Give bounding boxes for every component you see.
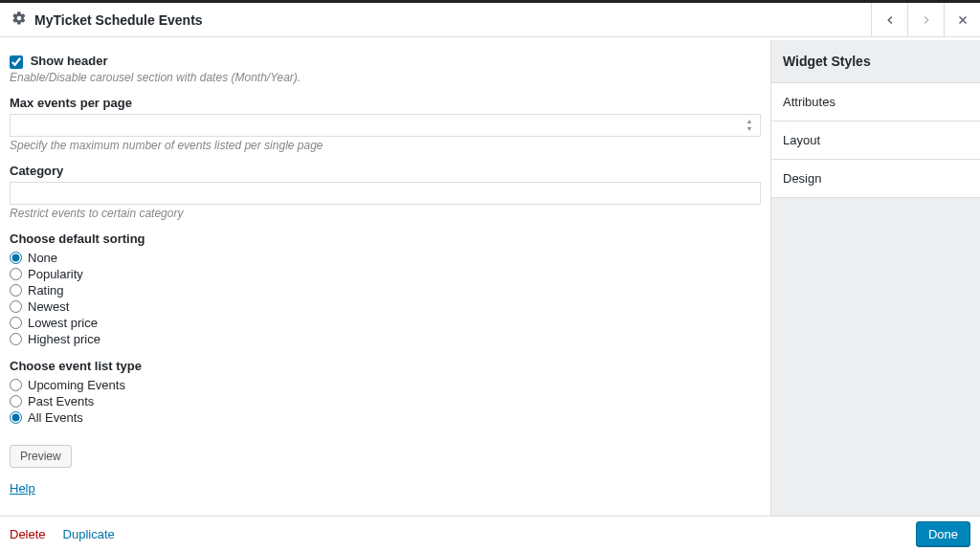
max-events-row: Max events per page ▴▾ Specify the maxim…	[10, 96, 761, 152]
footer: Delete Duplicate Done	[0, 516, 980, 551]
list-type-option[interactable]: All Events	[10, 409, 761, 426]
category-row: Category Restrict events to certain cate…	[10, 164, 761, 220]
show-header-row: Show header Enable/Disable carousel sect…	[10, 54, 761, 84]
show-header-checkbox[interactable]	[10, 55, 23, 69]
sorting-radio-group: NonePopularityRatingNewestLowest priceHi…	[10, 250, 761, 347]
sidebar-item-attributes[interactable]: Attributes	[771, 83, 980, 121]
sidebar-item-design[interactable]: Design	[771, 160, 980, 198]
help-link[interactable]: Help	[10, 481, 35, 496]
category-label: Category	[10, 164, 761, 178]
sorting-option-label: Rating	[28, 283, 64, 298]
sorting-option-label: Popularity	[28, 267, 83, 281]
category-help: Restrict events to certain category	[10, 207, 761, 220]
top-bar-left: MyTicket Schedule Events	[11, 11, 203, 29]
sorting-option[interactable]: Lowest price	[10, 315, 761, 331]
max-events-help: Specify the maximum number of events lis…	[10, 139, 761, 152]
sidebar-header: Widget Styles	[771, 40, 980, 83]
sorting-option[interactable]: Highest price	[10, 331, 761, 347]
list-type-option-label: Past Events	[28, 394, 94, 408]
delete-link[interactable]: Delete	[10, 527, 46, 541]
sorting-radio[interactable]	[10, 284, 22, 297]
done-button[interactable]: Done	[916, 521, 970, 547]
gear-icon	[11, 11, 27, 29]
duplicate-link[interactable]: Duplicate	[63, 527, 115, 541]
sorting-option-label: Lowest price	[28, 316, 98, 330]
list-type-option[interactable]: Upcoming Events	[10, 377, 761, 393]
body: Show header Enable/Disable carousel sect…	[0, 40, 980, 516]
sorting-label: Choose default sorting	[10, 231, 761, 246]
list-type-radio[interactable]	[10, 411, 22, 424]
sorting-radio[interactable]	[10, 317, 22, 329]
list-type-option[interactable]: Past Events	[10, 393, 761, 409]
sorting-option[interactable]: None	[10, 250, 761, 266]
preview-button[interactable]: Preview	[10, 445, 72, 468]
next-button[interactable]	[907, 3, 944, 36]
sorting-option-label: None	[28, 251, 57, 265]
top-bar: MyTicket Schedule Events	[0, 3, 980, 37]
list-type-label: Choose event list type	[10, 359, 761, 373]
category-input[interactable]	[10, 182, 761, 205]
prev-button[interactable]	[871, 3, 907, 36]
list-type-radio-group: Upcoming EventsPast EventsAll Events	[10, 377, 761, 426]
sorting-row: Choose default sorting NonePopularityRat…	[10, 231, 761, 347]
show-header-label[interactable]: Show header	[31, 54, 108, 68]
top-bar-right	[871, 3, 980, 36]
sorting-radio[interactable]	[10, 333, 22, 345]
sorting-radio[interactable]	[10, 252, 22, 264]
max-events-input[interactable]	[10, 114, 761, 137]
sorting-option[interactable]: Newest	[10, 298, 761, 315]
close-button[interactable]	[944, 3, 980, 36]
list-type-row: Choose event list type Upcoming EventsPa…	[10, 359, 761, 426]
sorting-option-label: Newest	[28, 299, 69, 314]
main-panel: Show header Enable/Disable carousel sect…	[0, 40, 771, 516]
list-type-option-label: All Events	[28, 410, 83, 425]
sorting-radio[interactable]	[10, 268, 22, 280]
sorting-radio[interactable]	[10, 300, 22, 313]
max-events-input-wrap: ▴▾	[10, 114, 761, 137]
footer-left: Delete Duplicate	[10, 527, 115, 541]
sorting-option[interactable]: Rating	[10, 282, 761, 298]
list-type-radio[interactable]	[10, 379, 22, 391]
sidebar: Widget Styles AttributesLayoutDesign	[771, 40, 980, 516]
sorting-option-label: Highest price	[28, 332, 100, 346]
page-title: MyTicket Schedule Events	[34, 12, 203, 28]
max-events-label: Max events per page	[10, 96, 761, 110]
list-type-option-label: Upcoming Events	[28, 378, 125, 392]
sidebar-item-layout[interactable]: Layout	[771, 121, 980, 160]
sorting-option[interactable]: Popularity	[10, 266, 761, 282]
list-type-radio[interactable]	[10, 395, 22, 408]
show-header-help: Enable/Disable carousel section with dat…	[10, 71, 761, 84]
